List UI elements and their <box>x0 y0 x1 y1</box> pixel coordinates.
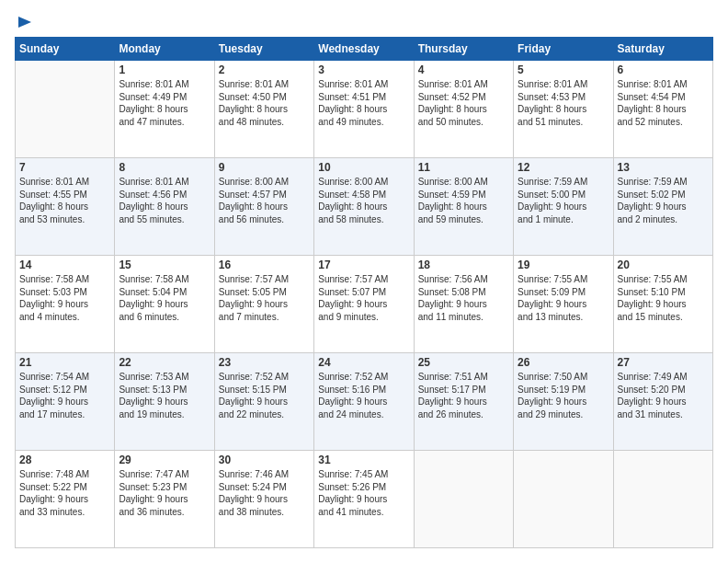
day-detail: Sunrise: 7:59 AMSunset: 5:00 PMDaylight:… <box>518 176 609 225</box>
day-detail: Sunrise: 8:01 AMSunset: 4:49 PMDaylight:… <box>119 78 210 128</box>
header <box>15 15 713 28</box>
header-row: SundayMondayTuesdayWednesdayThursdayFrid… <box>16 38 713 61</box>
calendar-cell: 16Sunrise: 7:57 AMSunset: 5:05 PMDayligh… <box>214 256 313 353</box>
col-header-sunday: Sunday <box>16 38 115 61</box>
day-detail: Sunrise: 7:56 AMSunset: 5:08 PMDaylight:… <box>418 273 509 323</box>
day-detail: Sunrise: 7:46 AMSunset: 5:24 PMDaylight:… <box>219 468 310 518</box>
day-detail: Sunrise: 7:48 AMSunset: 5:22 PMDaylight:… <box>19 468 110 518</box>
day-number: 29 <box>119 454 210 466</box>
day-detail: Sunrise: 7:55 AMSunset: 5:10 PMDaylight:… <box>618 273 709 323</box>
day-detail: Sunrise: 7:57 AMSunset: 5:07 PMDaylight:… <box>318 273 409 323</box>
day-number: 9 <box>219 161 310 174</box>
svg-marker-0 <box>18 17 31 28</box>
day-number: 5 <box>518 63 609 76</box>
calendar-cell: 18Sunrise: 7:56 AMSunset: 5:08 PMDayligh… <box>414 256 513 353</box>
day-number: 3 <box>318 63 409 76</box>
calendar-cell <box>514 451 613 548</box>
calendar-cell: 25Sunrise: 7:51 AMSunset: 5:17 PMDayligh… <box>414 353 513 451</box>
calendar-cell: 19Sunrise: 7:55 AMSunset: 5:09 PMDayligh… <box>514 256 613 353</box>
calendar-cell: 8Sunrise: 8:01 AMSunset: 4:56 PMDaylight… <box>115 158 214 256</box>
day-detail: Sunrise: 7:53 AMSunset: 5:13 PMDaylight:… <box>119 371 210 420</box>
day-detail: Sunrise: 8:01 AMSunset: 4:52 PMDaylight:… <box>418 78 509 128</box>
day-detail: Sunrise: 7:50 AMSunset: 5:19 PMDaylight:… <box>518 371 609 420</box>
day-number: 24 <box>318 356 409 369</box>
calendar-cell: 4Sunrise: 8:01 AMSunset: 4:52 PMDaylight… <box>414 61 513 158</box>
day-number: 16 <box>219 259 310 271</box>
calendar-cell: 30Sunrise: 7:46 AMSunset: 5:24 PMDayligh… <box>214 451 313 548</box>
day-number: 7 <box>19 161 110 174</box>
logo-text <box>15 15 33 31</box>
calendar-cell: 24Sunrise: 7:52 AMSunset: 5:16 PMDayligh… <box>314 353 414 451</box>
calendar-table: SundayMondayTuesdayWednesdayThursdayFrid… <box>15 37 713 548</box>
col-header-friday: Friday <box>514 38 613 61</box>
calendar-cell: 6Sunrise: 8:01 AMSunset: 4:54 PMDaylight… <box>613 61 712 158</box>
day-detail: Sunrise: 7:52 AMSunset: 5:15 PMDaylight:… <box>219 371 310 420</box>
logo-flag-icon <box>17 15 33 31</box>
week-row-4: 21Sunrise: 7:54 AMSunset: 5:12 PMDayligh… <box>16 353 713 451</box>
col-header-monday: Monday <box>115 38 214 61</box>
col-header-wednesday: Wednesday <box>314 38 414 61</box>
day-detail: Sunrise: 8:00 AMSunset: 4:58 PMDaylight:… <box>318 176 409 225</box>
day-detail: Sunrise: 7:47 AMSunset: 5:23 PMDaylight:… <box>119 468 210 518</box>
calendar-cell: 9Sunrise: 8:00 AMSunset: 4:57 PMDaylight… <box>214 158 313 256</box>
col-header-saturday: Saturday <box>613 38 712 61</box>
calendar-cell: 21Sunrise: 7:54 AMSunset: 5:12 PMDayligh… <box>16 353 115 451</box>
calendar-cell: 1Sunrise: 8:01 AMSunset: 4:49 PMDaylight… <box>115 61 214 158</box>
calendar-cell: 22Sunrise: 7:53 AMSunset: 5:13 PMDayligh… <box>115 353 214 451</box>
day-detail: Sunrise: 7:45 AMSunset: 5:26 PMDaylight:… <box>318 468 409 518</box>
calendar-cell: 26Sunrise: 7:50 AMSunset: 5:19 PMDayligh… <box>514 353 613 451</box>
day-number: 19 <box>518 259 609 271</box>
day-number: 8 <box>119 161 210 174</box>
day-number: 15 <box>119 259 210 271</box>
calendar-cell: 11Sunrise: 8:00 AMSunset: 4:59 PMDayligh… <box>414 158 513 256</box>
day-detail: Sunrise: 7:51 AMSunset: 5:17 PMDaylight:… <box>418 371 509 420</box>
calendar-cell <box>414 451 513 548</box>
day-number: 12 <box>518 161 609 174</box>
day-detail: Sunrise: 7:55 AMSunset: 5:09 PMDaylight:… <box>518 273 609 323</box>
day-detail: Sunrise: 8:01 AMSunset: 4:53 PMDaylight:… <box>518 78 609 128</box>
day-detail: Sunrise: 8:01 AMSunset: 4:50 PMDaylight:… <box>219 78 310 128</box>
week-row-1: 1Sunrise: 8:01 AMSunset: 4:49 PMDaylight… <box>16 61 713 158</box>
day-number: 26 <box>518 356 609 369</box>
calendar-cell: 3Sunrise: 8:01 AMSunset: 4:51 PMDaylight… <box>314 61 414 158</box>
day-number: 27 <box>618 356 709 369</box>
day-number: 17 <box>318 259 409 271</box>
calendar-cell: 20Sunrise: 7:55 AMSunset: 5:10 PMDayligh… <box>613 256 712 353</box>
day-number: 14 <box>19 259 110 271</box>
day-detail: Sunrise: 7:59 AMSunset: 5:02 PMDaylight:… <box>618 176 709 225</box>
day-detail: Sunrise: 8:01 AMSunset: 4:54 PMDaylight:… <box>618 78 709 128</box>
day-number: 31 <box>318 454 409 466</box>
day-number: 21 <box>19 356 110 369</box>
calendar-cell: 5Sunrise: 8:01 AMSunset: 4:53 PMDaylight… <box>514 61 613 158</box>
logo <box>15 15 33 28</box>
day-number: 28 <box>19 454 110 466</box>
week-row-3: 14Sunrise: 7:58 AMSunset: 5:03 PMDayligh… <box>16 256 713 353</box>
day-detail: Sunrise: 8:00 AMSunset: 4:59 PMDaylight:… <box>418 176 509 225</box>
calendar-cell: 12Sunrise: 7:59 AMSunset: 5:00 PMDayligh… <box>514 158 613 256</box>
calendar-cell: 31Sunrise: 7:45 AMSunset: 5:26 PMDayligh… <box>314 451 414 548</box>
week-row-2: 7Sunrise: 8:01 AMSunset: 4:55 PMDaylight… <box>16 158 713 256</box>
day-detail: Sunrise: 8:01 AMSunset: 4:51 PMDaylight:… <box>318 78 409 128</box>
calendar-page: SundayMondayTuesdayWednesdayThursdayFrid… <box>0 0 728 563</box>
calendar-cell: 15Sunrise: 7:58 AMSunset: 5:04 PMDayligh… <box>115 256 214 353</box>
day-detail: Sunrise: 7:49 AMSunset: 5:20 PMDaylight:… <box>618 371 709 420</box>
col-header-tuesday: Tuesday <box>214 38 313 61</box>
day-number: 2 <box>219 63 310 76</box>
day-detail: Sunrise: 8:01 AMSunset: 4:55 PMDaylight:… <box>19 176 110 225</box>
day-number: 23 <box>219 356 310 369</box>
day-number: 10 <box>318 161 409 174</box>
week-row-5: 28Sunrise: 7:48 AMSunset: 5:22 PMDayligh… <box>16 451 713 548</box>
calendar-cell: 28Sunrise: 7:48 AMSunset: 5:22 PMDayligh… <box>16 451 115 548</box>
day-number: 25 <box>418 356 509 369</box>
day-detail: Sunrise: 7:58 AMSunset: 5:03 PMDaylight:… <box>19 273 110 323</box>
calendar-cell: 17Sunrise: 7:57 AMSunset: 5:07 PMDayligh… <box>314 256 414 353</box>
day-number: 11 <box>418 161 509 174</box>
calendar-cell: 10Sunrise: 8:00 AMSunset: 4:58 PMDayligh… <box>314 158 414 256</box>
day-number: 13 <box>618 161 709 174</box>
day-number: 4 <box>418 63 509 76</box>
day-detail: Sunrise: 7:52 AMSunset: 5:16 PMDaylight:… <box>318 371 409 420</box>
day-number: 20 <box>618 259 709 271</box>
day-detail: Sunrise: 7:57 AMSunset: 5:05 PMDaylight:… <box>219 273 310 323</box>
calendar-cell: 14Sunrise: 7:58 AMSunset: 5:03 PMDayligh… <box>16 256 115 353</box>
day-detail: Sunrise: 8:01 AMSunset: 4:56 PMDaylight:… <box>119 176 210 225</box>
